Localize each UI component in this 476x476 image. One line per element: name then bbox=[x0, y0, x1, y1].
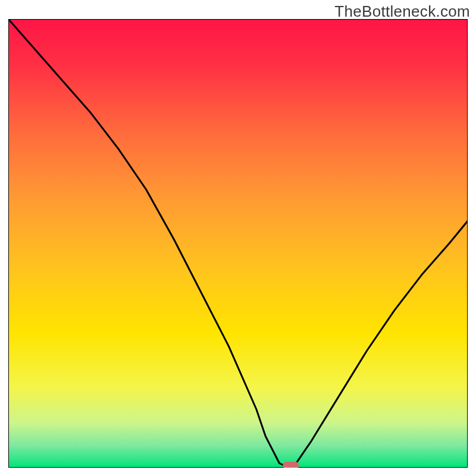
chart-container: TheBottleneck.com bbox=[0, 0, 476, 476]
gradient-background bbox=[8, 19, 468, 468]
plot-area bbox=[8, 19, 468, 468]
chart-svg bbox=[8, 19, 468, 468]
watermark-text: TheBottleneck.com bbox=[334, 2, 470, 21]
minimum-marker bbox=[283, 462, 299, 468]
